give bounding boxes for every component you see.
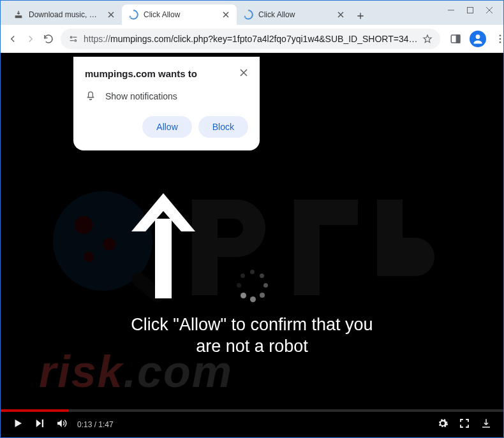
profile-avatar[interactable] (470, 31, 486, 47)
browser-tab-0[interactable]: Download music, movi… (7, 4, 122, 25)
close-window-icon[interactable] (485, 5, 493, 17)
block-button[interactable]: Block (198, 116, 248, 138)
next-icon[interactable] (34, 418, 45, 432)
video-controls: 0:13 / 1:47 (1, 412, 503, 437)
svg-point-12 (103, 238, 115, 251)
window-controls (436, 1, 498, 25)
svg-point-9 (500, 41, 501, 43)
volume-icon[interactable] (56, 418, 67, 432)
forward-button[interactable] (25, 30, 36, 48)
permission-prompt: mumpings.com wants to Show notifications… (73, 57, 260, 150)
back-button[interactable] (7, 30, 19, 48)
reload-button[interactable] (43, 30, 54, 48)
tab-strip: Download music, movi… Click Allow Click … (7, 1, 436, 25)
svg-rect-0 (15, 15, 22, 18)
tab-title: Download music, movi… (29, 10, 101, 19)
browser-toolbar: https://mumpings.com/click.php?key=1fpto… (1, 25, 503, 53)
play-icon[interactable] (12, 418, 24, 432)
playback-time: 0:13 / 1:47 (77, 420, 114, 429)
close-icon[interactable] (239, 68, 248, 77)
new-tab-button[interactable] (352, 7, 369, 25)
download-icon[interactable] (480, 418, 492, 432)
loading-spinner-icon (237, 270, 269, 302)
page-content: risk.com Click "Allow" to confirm that y… (1, 53, 503, 437)
side-panel-button[interactable] (447, 30, 464, 48)
minimize-icon[interactable] (447, 5, 455, 17)
close-icon[interactable] (107, 10, 115, 19)
svg-rect-5 (457, 35, 460, 43)
close-icon[interactable] (221, 10, 230, 19)
svg-point-6 (476, 34, 480, 39)
bookmark-icon[interactable] (422, 34, 433, 44)
menu-button[interactable] (491, 30, 504, 48)
settings-icon[interactable] (437, 418, 448, 432)
svg-point-13 (84, 252, 94, 262)
browser-tab-1[interactable]: Click Allow (122, 4, 237, 25)
svg-point-11 (75, 216, 93, 234)
window-titlebar: Download music, movi… Click Allow Click … (1, 1, 503, 25)
svg-rect-1 (468, 8, 473, 13)
recaptcha-icon (128, 10, 138, 20)
allow-button[interactable]: Allow (142, 116, 191, 138)
tab-title: Click Allow (144, 10, 216, 19)
arrow-up-icon (125, 193, 202, 302)
address-bar[interactable]: https://mumpings.com/click.php?key=1fpto… (61, 29, 440, 49)
fullscreen-icon[interactable] (459, 418, 470, 432)
close-icon[interactable] (336, 10, 345, 19)
tab-title: Click Allow (258, 10, 331, 19)
url-text: https://mumpings.com/click.php?key=1fpto… (84, 34, 417, 44)
maximize-icon[interactable] (466, 5, 474, 17)
svg-point-2 (70, 36, 72, 38)
svg-point-8 (500, 38, 501, 40)
svg-point-7 (500, 34, 501, 36)
svg-rect-15 (155, 219, 172, 298)
recaptcha-icon (243, 10, 253, 20)
svg-point-3 (75, 40, 77, 41)
browser-tab-2[interactable]: Click Allow (237, 4, 352, 25)
permission-item-label: Show notifications (105, 91, 177, 101)
download-icon (13, 10, 24, 20)
permission-title: mumpings.com wants to (85, 68, 197, 79)
site-settings-icon[interactable] (68, 34, 78, 44)
bell-icon (85, 89, 96, 103)
page-message: Click "Allow" to confirm that you are no… (1, 314, 503, 358)
